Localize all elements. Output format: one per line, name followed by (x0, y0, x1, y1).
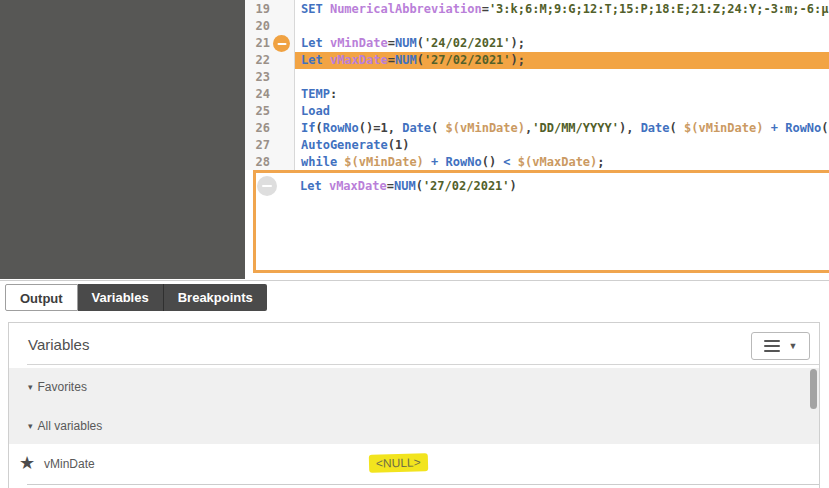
code-text[interactable]: If(RowNo()=1, Date( $(vMinDate),'DD/MM/Y… (295, 120, 829, 137)
code-text[interactable]: Let vMinDate=NUM('24/02/2021'); (295, 35, 829, 52)
section-all-variables[interactable]: ▾ All variables (28, 419, 102, 433)
debug-tabbar: Output Variables Breakpoints (5, 284, 267, 311)
collapse-triangle-icon: ▾ (28, 382, 33, 392)
line-number[interactable]: 19 (245, 1, 270, 18)
breakpoint-gutter[interactable] (270, 35, 295, 52)
tab-breakpoints[interactable]: Breakpoints (164, 284, 267, 311)
code-line[interactable]: 23 (245, 69, 829, 86)
code-text[interactable] (295, 69, 829, 86)
code-text[interactable]: Load (295, 103, 829, 120)
editor-panel-splitter[interactable] (0, 280, 829, 281)
code-text[interactable]: while $(vMinDate) + RowNo() < $(vMaxDate… (295, 154, 829, 171)
breakpoint-gutter[interactable] (270, 18, 295, 35)
section-label: All variables (38, 419, 103, 433)
code-line[interactable]: 19SET NumericalAbbreviation='3:k;6:M;9:G… (245, 1, 829, 18)
breakpoint-gutter[interactable] (270, 137, 295, 154)
tab-output[interactable]: Output (5, 284, 78, 311)
section-favorites[interactable]: ▾ Favorites (28, 380, 87, 394)
code-text[interactable] (295, 18, 829, 35)
breakpoint-gutter[interactable] (270, 69, 295, 86)
variable-row[interactable]: ★ vMinDate <NULL> (9, 444, 819, 484)
line-number[interactable]: 23 (245, 69, 270, 86)
code-text[interactable]: SET NumericalAbbreviation='3:k;6:M;9:G;1… (295, 1, 829, 18)
code-line[interactable]: 25Load (245, 103, 829, 120)
variable-name: vMinDate (44, 457, 95, 471)
line-number[interactable]: 21 (245, 35, 270, 52)
debug-statement-text: Let vMaxDate=NUM('27/02/2021') (256, 173, 829, 193)
code-text[interactable]: TEMP: (295, 86, 829, 103)
row-divider (27, 484, 819, 485)
line-number[interactable]: 27 (245, 137, 270, 154)
code-text[interactable]: AutoGenerate(1) (295, 137, 829, 154)
line-number[interactable]: 22 (245, 52, 270, 69)
code-line[interactable]: 22Let vMaxDate=NUM('27/02/2021'); (245, 52, 829, 69)
breakpoint-gutter[interactable] (270, 103, 295, 120)
scrollbar-thumb[interactable] (810, 369, 817, 409)
code-line[interactable]: 28while $(vMinDate) + RowNo() < $(vMaxDa… (245, 154, 829, 171)
chevron-down-icon: ▼ (789, 341, 798, 351)
code-line[interactable]: 21Let vMinDate=NUM('24/02/2021'); (245, 35, 829, 52)
line-number[interactable]: 24 (245, 86, 270, 103)
debug-statement-box: Let vMaxDate=NUM('27/02/2021') (253, 170, 829, 273)
code-line[interactable]: 26If(RowNo()=1, Date( $(vMinDate),'DD/MM… (245, 120, 829, 137)
tab-variables[interactable]: Variables (78, 284, 164, 311)
code-line[interactable]: 20 (245, 18, 829, 35)
line-number[interactable]: 26 (245, 120, 270, 137)
script-code-area[interactable]: 19SET NumericalAbbreviation='3:k;6:M;9:G… (245, 0, 829, 279)
variable-value-highlighted: <NULL> (369, 453, 428, 473)
panel-title: Variables (28, 336, 89, 353)
favorite-star-icon[interactable]: ★ (19, 452, 35, 474)
breakpoint-gutter[interactable] (270, 86, 295, 103)
qlik-script-debugger: 19SET NumericalAbbreviation='3:k;6:M;9:G… (0, 0, 829, 488)
code-lines: 19SET NumericalAbbreviation='3:k;6:M;9:G… (245, 1, 829, 171)
variable-sections: ▾ Favorites ▾ All variables (9, 368, 819, 444)
editor-left-sidebar (0, 0, 245, 279)
breakpoint-disabled-icon (257, 176, 277, 196)
variables-menu-button[interactable]: ▼ (751, 332, 810, 360)
code-line[interactable]: 27AutoGenerate(1) (245, 137, 829, 154)
header-divider (27, 364, 819, 365)
breakpoint-gutter[interactable] (270, 52, 295, 69)
line-number[interactable]: 25 (245, 103, 270, 120)
variables-panel: Variables ▼ ▾ Favorites ▾ All variables … (8, 322, 820, 488)
menu-icon (764, 340, 780, 352)
line-number[interactable]: 28 (245, 154, 270, 171)
line-number[interactable]: 20 (245, 18, 270, 35)
current-statement-line[interactable]: Let vMaxDate=NUM('27/02/2021'); (295, 52, 829, 69)
section-label: Favorites (38, 380, 87, 394)
collapse-triangle-icon: ▾ (28, 421, 33, 431)
breakpoint-gutter[interactable] (270, 154, 295, 171)
breakpoint-gutter[interactable] (270, 1, 295, 18)
code-line[interactable]: 24TEMP: (245, 86, 829, 103)
breakpoint-gutter[interactable] (270, 120, 295, 137)
breakpoint-icon[interactable] (273, 35, 290, 52)
